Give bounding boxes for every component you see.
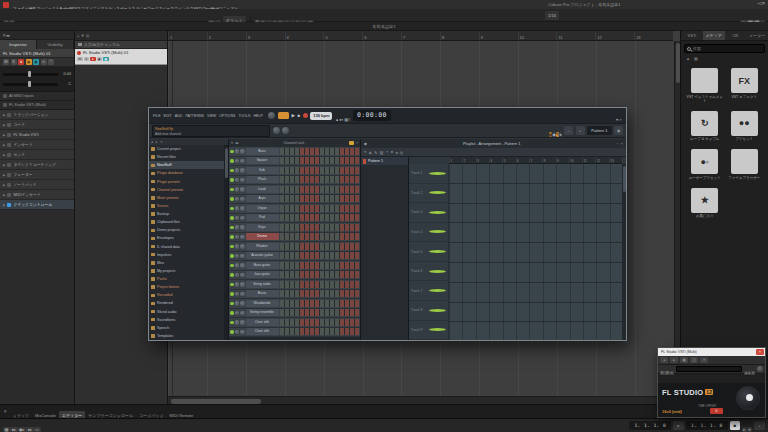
channel-pan-knob[interactable] [235,254,240,259]
browser-folder-item[interactable]: Recorded [149,291,224,299]
timeline-ruler[interactable]: 12345678910111213 [168,31,673,41]
channel-mute-led[interactable] [230,235,234,239]
channel-mute-led[interactable] [230,292,234,296]
expand-arrow-icon[interactable]: ▶ [3,153,5,157]
channel-mute-led[interactable] [230,197,234,201]
expand-arrow-icon[interactable]: ▶ [3,183,5,187]
channel-button[interactable]: Keys [246,224,279,231]
tile-file-browser[interactable]: ファイルブラウザー [726,146,764,184]
right-zone-tab[interactable]: メディア [703,31,725,40]
rack-close-icon[interactable]: × [356,141,358,145]
channel-volume-knob[interactable] [240,330,245,335]
browser-folder-item[interactable]: Soundfonts [149,316,224,324]
channel-pan-knob[interactable] [235,273,240,278]
playlist-track-header[interactable]: Track 2 [409,184,448,204]
playlist-detach-icon[interactable]: ◆ [364,141,367,146]
channel-volume-knob[interactable] [240,197,245,202]
secondary-time-display[interactable]: 1. 1. 1. 0 [686,421,728,430]
track-mute-button[interactable]: m [77,57,83,62]
channel-pan-knob[interactable] [235,235,240,240]
tile-favorites[interactable]: ★ お気に入り [686,185,724,223]
channel-pan-knob[interactable] [235,263,240,268]
channel-button[interactable]: Organ [246,205,279,212]
playlist-track-header[interactable]: Track 9 [409,321,448,341]
channel-pan-knob[interactable] [235,330,240,335]
pattern-decrement-button[interactable]: – [564,126,573,135]
step-sequencer-cells[interactable] [280,290,360,297]
channel-mute-led[interactable] [230,159,234,163]
fl-menu-item[interactable]: TOOLS [238,114,250,118]
fl-menu-item[interactable]: FILE [153,114,161,118]
browser-folder-item[interactable]: Impulses [149,251,224,259]
fl-menu-item[interactable]: HELP [254,114,263,118]
browser-folder-item[interactable]: Misc [149,259,224,267]
expand-arrow-icon[interactable]: ▶ [3,173,5,177]
track-mute-led[interactable] [429,211,446,214]
channel-pan-knob[interactable] [235,282,240,287]
lower-zone-setup-icon[interactable]: ≡ [4,409,7,414]
browser-folder-item[interactable]: Plugin database [149,169,224,177]
transport-options-icon[interactable]: ▾ [747,427,752,432]
tile-user-presets[interactable]: ●◦ ユーザープリセット [686,146,724,184]
fl-menu-item[interactable]: VIEW [207,114,216,118]
channel-volume-knob[interactable] [240,235,245,240]
channel-volume-knob[interactable] [240,254,245,259]
plugin-titlebar[interactable]: FL Studio VSTi (Multi) × [658,348,765,356]
browser-folder-item[interactable]: Templates [149,332,224,340]
inspector-section[interactable]: ▶ FL Studio VSTi [0,130,74,140]
media-tile-view-icon[interactable]: ▦ [694,56,698,61]
playlist-track-header[interactable]: Track 3 [409,203,448,223]
channel-pan-knob[interactable] [235,244,240,249]
browser-folder-item[interactable]: NewStuff [149,161,224,169]
virtual-keyboard-button[interactable]: ▦ [3,427,10,432]
channel-volume-knob[interactable] [240,273,245,278]
close-button[interactable]: × [762,1,765,6]
browser-expand-icon[interactable]: ▸ [156,140,158,144]
channel-button[interactable]: String ensemble [246,309,279,316]
fl-menu-item[interactable]: ADD [175,114,183,118]
channel-button[interactable]: Choir ohh [246,328,279,335]
pattern-selector[interactable]: Pattern 1 [587,126,611,135]
stop-button[interactable]: ■ [730,421,740,430]
browser-folder-item[interactable]: IL shared data [149,243,224,251]
track-mute-led[interactable] [429,309,446,312]
fl-menu-item[interactable]: EDIT [164,114,172,118]
right-zone-tab[interactable]: VSTi [681,31,703,40]
record-enable-button[interactable]: ● [18,59,24,65]
playlist-track-header[interactable]: Track 6 [409,262,448,282]
inspector-track-name[interactable]: FL Studio VSTi (Multi) 01 [0,49,74,58]
main-volume-knob[interactable] [273,127,280,134]
playlist-track-header[interactable]: Track 5 [409,242,448,262]
channel-pan-knob[interactable] [235,197,240,202]
step-sequencer-cells[interactable] [280,281,360,288]
playlist-track-header[interactable]: Track 4 [409,223,448,243]
channel-pan-knob[interactable] [235,320,240,325]
track-mute-led[interactable] [429,191,446,194]
channel-mute-led[interactable] [230,178,234,182]
instrument-track-selected[interactable]: FL Studio VSTi (Multi) 01 ms●◉▦ [75,49,167,65]
channel-mute-led[interactable] [230,330,234,334]
channel-volume-knob[interactable] [240,187,245,192]
channel-button[interactable]: Rhodes [246,243,279,250]
step-sequencer-cells[interactable] [280,243,360,250]
browser-folder-item[interactable]: Demo projects [149,226,224,234]
horizontal-scrollbar[interactable] [168,396,680,404]
output-routing-select[interactable]: FL Studio VSTi (Multi) [0,101,74,110]
channel-volume-knob[interactable] [240,292,245,297]
metronome-volume-button[interactable]: ● [559,132,562,137]
inspector-section[interactable]: ▶ MIDIインサート [0,190,74,200]
playlist-close-icon[interactable]: × [621,142,623,146]
channel-button[interactable]: Jazz guitar [246,271,279,278]
channel-volume-knob[interactable] [240,225,245,230]
channel-mute-led[interactable] [230,169,234,173]
play-button[interactable]: ▶ [291,113,295,118]
step-sequencer-cells[interactable] [280,186,360,193]
fl-menu-item[interactable]: OPTIONS [219,114,235,118]
channel-button[interactable]: Brass [246,290,279,297]
search-input[interactable] [693,46,762,51]
browser-collapse-icon[interactable]: ◂ [151,140,153,144]
cycle-mode-button[interactable]: ◆▸ [18,427,26,432]
plugin-close-button[interactable]: × [756,349,764,355]
step-sequencer-cells[interactable] [280,195,360,202]
plugin-menu-icon[interactable]: ▾ [700,357,708,363]
